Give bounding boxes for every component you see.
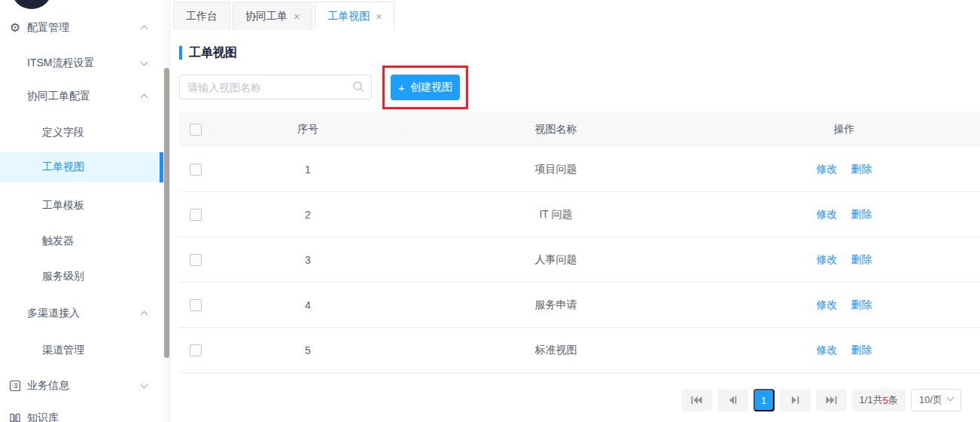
delete-link[interactable]: 删除 [851,344,872,357]
tab-label: 工单视图 [327,10,370,23]
header-name: 视图名称 [403,123,708,136]
table-row: 4 服务申请 修改 删除 [179,283,980,328]
edit-link[interactable]: 修改 [817,163,838,176]
last-page-button[interactable] [816,389,847,411]
edit-link[interactable]: 修改 [817,344,838,357]
chevron-up-icon [142,313,147,319]
sidebar-item-label: 多渠道接入 [27,307,80,320]
sidebar-scrollbar[interactable] [164,68,169,358]
sidebar-item-triggers[interactable]: 触发器 [0,226,163,256]
list-form-icon [8,379,22,393]
search-input[interactable] [179,75,372,99]
sidebar-item-define-fields[interactable]: 定义字段 [0,118,163,148]
sidebar-item-label: 工单模板 [42,199,84,213]
table-row: 2 IT 问题 修改 删除 [179,192,980,237]
annotation-highlight-box: + 创建视图 [382,66,468,109]
toolbar: + 创建视图 [179,66,980,109]
row-checkbox[interactable] [190,209,202,221]
chevron-down-icon [948,395,953,406]
row-name: 服务申请 [403,298,708,312]
book-icon [8,411,22,422]
prev-page-button[interactable] [717,389,748,411]
sidebar-item-knowledge-base[interactable]: 知识库 [0,403,163,422]
row-seq: 2 [212,209,403,221]
plus-icon: + [398,82,405,93]
sidebar-item-label: 渠道管理 [42,344,84,357]
gear-icon: ⚙ [8,21,22,35]
edit-link[interactable]: 修改 [817,253,838,267]
delete-link[interactable]: 删除 [851,253,872,267]
pagination: 1 1/1共 5 条 10/页 [179,389,980,411]
sidebar-item-label: 知识库 [27,411,59,422]
tab-workbench[interactable]: 工作台 [173,2,230,30]
close-icon[interactable]: × [294,11,300,22]
edit-link[interactable]: 修改 [817,208,838,222]
delete-link[interactable]: 删除 [851,208,872,222]
views-table: 序号 视图名称 操作 1 项目问题 修改 删除 2 IT 问题 修改 删除 [179,112,980,373]
row-seq: 1 [212,164,403,176]
create-view-button[interactable]: + 创建视图 [391,75,460,100]
row-name: 人事问题 [403,253,708,267]
sidebar: ⚙ 配置管理 ITSM流程设置 协同工单配置 定义字段 工单视图 工单模板 触发… [0,0,170,422]
page-number-button[interactable]: 1 [753,389,775,411]
next-page-button[interactable] [780,389,811,411]
sidebar-item-label: 服务级别 [42,270,84,283]
summary-suffix: 条 [888,393,898,407]
table-row: 1 项目问题 修改 删除 [179,147,980,192]
row-checkbox[interactable] [190,299,202,311]
skip-last-icon [826,396,837,405]
chevron-up-icon [142,28,147,33]
chevron-up-icon [142,96,147,102]
main-area: 工作台 协同工单 × 工单视图 × 工单视图 + 创 [171,0,980,422]
page-size-select[interactable]: 10/页 [911,389,961,411]
edit-link[interactable]: 修改 [817,298,838,312]
sidebar-item-label: 配置管理 [27,21,69,35]
sidebar-item-business-info[interactable]: 业务信息 [0,371,163,401]
content: 工单视图 + 创建视图 序号 视图名称 [171,44,980,411]
title-accent-bar [179,46,182,60]
row-name: IT 问题 [403,208,708,222]
page-size-label: 10/页 [919,393,942,407]
row-name: 标准视图 [403,344,708,357]
first-page-button[interactable] [681,389,712,411]
select-all-checkbox[interactable] [190,124,202,136]
chevron-down-icon [142,63,147,69]
search-icon[interactable] [352,81,364,93]
sidebar-item-channel-management[interactable]: 渠道管理 [0,335,163,365]
create-view-label: 创建视图 [410,81,452,94]
header-seq: 序号 [212,123,403,136]
tab-label: 协同工单 [245,10,288,23]
row-name: 项目问题 [403,163,708,176]
close-icon[interactable]: × [376,11,382,22]
page-title: 工单视图 [189,45,237,61]
sidebar-item-collab-ticket-config[interactable]: 协同工单配置 [0,81,163,112]
sidebar-item-ticket-templates[interactable]: 工单模板 [0,191,163,221]
row-seq: 4 [212,299,403,311]
sidebar-item-label: 协同工单配置 [27,90,90,103]
next-icon [791,396,799,405]
tab-ticket-views[interactable]: 工单视图 × [315,2,394,30]
sidebar-item-service-levels[interactable]: 服务级别 [0,261,163,292]
delete-link[interactable]: 删除 [851,163,872,176]
row-checkbox[interactable] [190,164,202,176]
summary-prefix: 1/1共 [860,393,883,407]
sidebar-item-label: ITSM流程设置 [27,57,94,70]
row-checkbox[interactable] [190,344,202,356]
sidebar-item-label: 触发器 [42,234,74,248]
sidebar-item-multichannel-access[interactable]: 多渠道接入 [0,298,163,329]
sidebar-item-ticket-views[interactable]: 工单视图 [0,152,163,182]
summary-count: 5 [883,395,888,406]
row-seq: 3 [212,254,403,266]
sidebar-item-config-management[interactable]: ⚙ 配置管理 [0,13,163,43]
search-box [179,75,372,99]
page-title-row: 工单视图 [179,44,980,61]
tab-collab-ticket[interactable]: 协同工单 × [233,2,312,30]
sidebar-item-label: 定义字段 [42,126,84,139]
delete-link[interactable]: 删除 [851,298,872,312]
table-row: 3 人事问题 修改 删除 [179,237,980,283]
row-checkbox[interactable] [190,254,202,266]
prev-icon [729,396,737,405]
table-header-row: 序号 视图名称 操作 [179,112,980,147]
logo-avatar[interactable] [11,0,52,9]
sidebar-item-itsm-process[interactable]: ITSM流程设置 [0,48,163,78]
